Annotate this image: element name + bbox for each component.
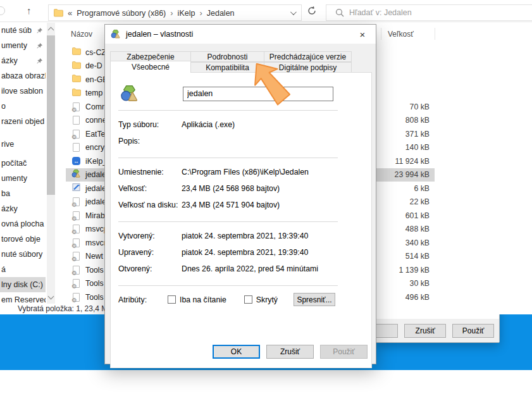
gear-file-icon: ⚙: [73, 197, 80, 206]
sidebar-item-label: rive: [1, 140, 14, 149]
hidden-checkbox[interactable]: [244, 295, 252, 304]
gear-file-icon: ⚙: [73, 102, 80, 111]
gear-file-icon: ⚙: [73, 266, 80, 275]
sidebar-item[interactable]: nuté súb: [0, 23, 46, 38]
file-name: Tools: [85, 266, 104, 275]
tab-predch-dzaj-ce-verzie[interactable]: Predchádzajúce verzie: [264, 51, 352, 62]
file-icon: [73, 116, 80, 125]
breadcrumb-collapse[interactable]: «: [68, 8, 72, 18]
sidebar-scrollbar[interactable]: [47, 23, 55, 304]
advanced-button[interactable]: Spresniť...: [294, 293, 335, 306]
sidebar-item[interactable]: ilove sablon: [0, 84, 46, 99]
sidebar-item[interactable]: nuté súbory: [0, 247, 46, 262]
background-dialog-footer: Zrušiť Použiť: [376, 319, 499, 342]
sidebar-item[interactable]: ázky: [0, 201, 46, 216]
file-name-row: [120, 84, 371, 103]
file-name: Tools: [85, 279, 104, 288]
jedalen-app-icon: [111, 29, 121, 39]
sidebar-item[interactable]: razeni objed: [0, 114, 46, 129]
sidebar-item[interactable]: lny disk (C:): [0, 277, 46, 292]
dialog-buttons: OK Zrušiť Použiť: [213, 345, 368, 359]
info-label: Upravený:: [118, 248, 182, 257]
sidebar-item-label: razeni objed: [1, 117, 44, 126]
sidebar-item[interactable]: ba: [0, 186, 46, 201]
file-name: Comn: [85, 102, 106, 111]
background-apply-button[interactable]: Použiť: [452, 324, 494, 338]
file-name: msvcr: [85, 238, 106, 247]
file-icon: [73, 143, 80, 152]
folder-icon: [54, 9, 63, 17]
sidebar-item[interactable]: počítač: [0, 156, 46, 171]
ikelp-app-icon: ↔: [72, 157, 80, 165]
gear-file-icon: ⚙: [73, 211, 80, 220]
breadcrumb-item[interactable]: Programové súbory (x86): [77, 9, 166, 18]
column-header-name[interactable]: Názov: [71, 30, 92, 39]
column-separator[interactable]: [435, 28, 435, 40]
info-row: Veľkosť:23,4 MB (24 568 968 bajtov): [118, 182, 338, 198]
info-value: piatok 24. septembra 2021, 19:39:40: [182, 232, 338, 241]
ok-button[interactable]: OK: [213, 345, 260, 359]
breadcrumb-item[interactable]: iKelp: [178, 9, 195, 18]
search-icon: [335, 8, 344, 17]
hidden-checkbox-label[interactable]: Skrytý: [256, 295, 278, 304]
address-dropdown-icon[interactable]: [290, 9, 297, 15]
readonly-checkbox[interactable]: [168, 295, 176, 304]
scroll-down-icon[interactable]: [48, 294, 54, 300]
sidebar-item[interactable]: ázky: [0, 53, 46, 68]
scroll-up-icon[interactable]: [48, 27, 54, 34]
column-header-size[interactable]: Veľkosť: [388, 30, 414, 39]
breadcrumb-item[interactable]: Jedalen: [207, 9, 235, 18]
file-info-rows: Typ súboru:Aplikácia (.exe)Popis:Umiestn…: [118, 110, 338, 286]
sidebar-item[interactable]: á: [0, 262, 46, 277]
sidebar-item[interactable]: umenty: [0, 171, 46, 186]
dialog-title-bar[interactable]: jedalen – vlastnosti ×: [105, 25, 376, 44]
file-size: 488 kB: [405, 225, 435, 233]
info-value: C:\Program Files (x86)\iKelp\Jedalen: [182, 168, 338, 177]
scrollbar-thumb[interactable]: [47, 35, 55, 195]
properties-dialog: jedalen – vlastnosti × ZabezpečeniePodro…: [104, 24, 376, 364]
address-bar[interactable]: « Programové súbory (x86)›iKelp›Jedalen: [48, 4, 302, 21]
info-row: Veľkosť na disku:23,4 MB (24 571 904 baj…: [118, 198, 338, 214]
file-name: EatTe: [85, 130, 105, 139]
sidebar-item[interactable]: torové obje: [0, 232, 46, 247]
sidebar-item-label: abaza obrazl: [1, 71, 46, 80]
search-box[interactable]: Hľadať v: Jedalen: [326, 4, 532, 21]
divider: [118, 285, 338, 286]
file-name: Mirab: [85, 211, 105, 220]
breadcrumb: Programové súbory (x86)›iKelp›Jedalen: [77, 8, 234, 18]
background-cancel-button[interactable]: Zrušiť: [404, 324, 446, 338]
file-size: 340 kB: [405, 238, 435, 247]
up-arrow-icon[interactable]: ↑: [27, 5, 32, 16]
file-size: 6 kB: [414, 184, 435, 193]
close-icon[interactable]: ×: [349, 25, 376, 44]
file-size: 11 924 kB: [395, 157, 435, 166]
tool-file-icon: [72, 183, 80, 194]
info-label: Vytvorený:: [118, 232, 182, 241]
folder-icon: [72, 89, 81, 98]
tab-v-eobecn-[interactable]: Všeobecné: [110, 61, 191, 73]
sidebar-item[interactable]: abaza obrazl: [0, 68, 46, 84]
apply-button[interactable]: Použiť: [320, 345, 368, 359]
navigation-sidebar: nuté súbumentyázkyabaza obrazlilove sabl…: [0, 23, 46, 307]
cancel-button[interactable]: Zrušiť: [266, 345, 314, 359]
sidebar-item[interactable]: umenty: [0, 38, 46, 53]
divider: [118, 221, 338, 222]
sidebar-item[interactable]: rive: [0, 137, 46, 152]
sidebar-item-label: ázky: [1, 56, 18, 65]
file-name: cs-CZ: [85, 48, 106, 57]
back-button-fragment[interactable]: [0, 6, 5, 15]
tab-podrobnosti[interactable]: Podrobnosti: [190, 51, 264, 62]
background-ok-button-partial[interactable]: [376, 324, 398, 338]
sidebar-item[interactable]: o: [0, 99, 46, 114]
info-row: Typ súboru:Aplikácia (.exe): [118, 118, 338, 134]
screen: Zrušiť Použiť ↑ « Programové súbory (x86…: [0, 0, 532, 396]
column-separator[interactable]: [381, 28, 381, 40]
divider: [118, 158, 338, 158]
sidebar-item-label: torové obje: [1, 235, 40, 244]
info-value: piatok 24. septembra 2021, 19:39:40: [182, 248, 338, 257]
gear-file-icon: ⚙: [73, 238, 80, 247]
refresh-icon[interactable]: [307, 6, 318, 17]
sidebar-item-label: o: [1, 102, 6, 111]
readonly-checkbox-label[interactable]: Iba na čítanie: [180, 295, 226, 304]
sidebar-item[interactable]: ovná plocha: [0, 216, 46, 232]
